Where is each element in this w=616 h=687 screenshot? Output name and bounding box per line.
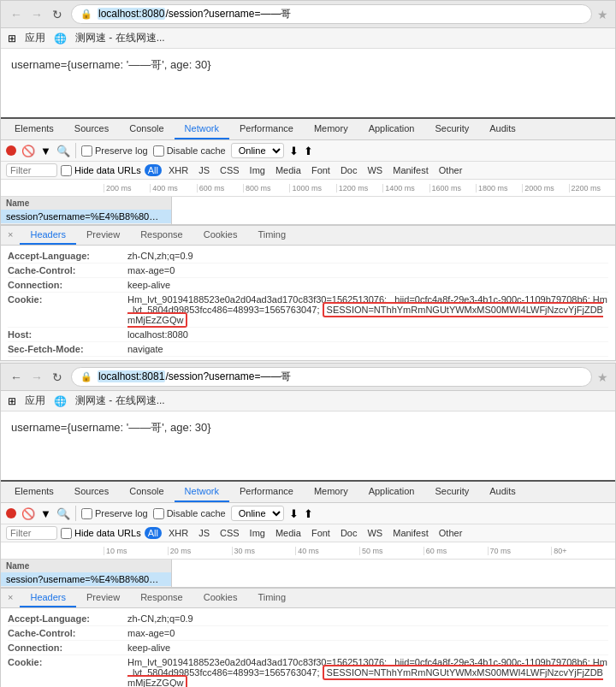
type-doc-2[interactable]: Doc — [337, 527, 361, 539]
network-row-2[interactable]: session?username=%E4%B8%80%E4%B8%80%E5%9… — [1, 572, 171, 587]
type-other-1[interactable]: Other — [435, 164, 466, 176]
type-ws-1[interactable]: WS — [364, 164, 386, 176]
session-highlight-1: SESSION=NThhYmRmNGUtYWMxMS00MWI4LWFjNzcv… — [127, 302, 603, 328]
tab-network-2[interactable]: Network — [175, 482, 229, 502]
bookmark-apps-1[interactable]: 应用 — [25, 31, 45, 45]
req-tab-headers-2[interactable]: Headers — [20, 589, 76, 607]
req-tab-timing-2[interactable]: Timing — [247, 589, 296, 607]
req-tab-cookies-2[interactable]: Cookies — [193, 589, 248, 607]
upload-icon-2: ⬆ — [304, 507, 313, 520]
disable-cache-checkbox-1[interactable] — [153, 145, 164, 157]
tab-security-2[interactable]: Security — [424, 482, 479, 502]
bookmark-apps-2[interactable]: 应用 — [25, 394, 45, 408]
req-tab-preview-2[interactable]: Preview — [76, 589, 130, 607]
type-media-1[interactable]: Media — [272, 164, 305, 176]
preserve-log-checkbox-2[interactable] — [81, 508, 92, 519]
type-xhr-2[interactable]: XHR — [165, 527, 192, 539]
preserve-log-text-1: Preserve log — [95, 145, 148, 156]
details-close-2[interactable]: × — [1, 589, 20, 607]
type-css-2[interactable]: CSS — [216, 527, 243, 539]
ruler-40-2: 40 ms — [295, 547, 359, 555]
details-close-1[interactable]: × — [1, 226, 20, 245]
type-other-2[interactable]: Other — [435, 527, 466, 539]
filter-toggle-2[interactable]: ▼ — [40, 507, 51, 520]
address-bar-2[interactable]: 🔒 localhost:8081/session?username=——哥 — [71, 367, 592, 387]
req-tab-response-2[interactable]: Response — [130, 589, 193, 607]
req-tab-timing-1[interactable]: Timing — [247, 226, 296, 245]
session-highlight-2: SESSION=NThhYmRmNGUtYWMxMS00MWI4LWFjNzcv… — [127, 665, 603, 687]
type-all-2[interactable]: All — [145, 527, 162, 539]
refresh-button-2[interactable]: ↻ — [49, 369, 66, 386]
bookmark-grid-icon-1: ⊞ — [8, 33, 16, 44]
chrome-bar-1: ← → ↻ 🔒 localhost:8080/session?username=… — [1, 1, 615, 28]
type-font-1[interactable]: Font — [308, 164, 334, 176]
throttle-select-1[interactable]: Online — [231, 143, 284, 158]
tab-memory-2[interactable]: Memory — [304, 482, 358, 502]
bookmark-speed-2[interactable]: 测网速 - 在线网速... — [75, 394, 165, 408]
tab-console-2[interactable]: Console — [119, 482, 174, 502]
tab-elements-2[interactable]: Elements — [4, 482, 64, 502]
address-bar-1[interactable]: 🔒 localhost:8080/session?username=——哥 — [71, 4, 592, 24]
tab-audits-1[interactable]: Audits — [479, 119, 526, 139]
type-img-2[interactable]: Img — [246, 527, 269, 539]
type-css-1[interactable]: CSS — [216, 164, 243, 176]
type-all-1[interactable]: All — [145, 164, 162, 176]
req-tab-headers-1[interactable]: Headers — [20, 226, 76, 245]
tab-application-1[interactable]: Application — [358, 119, 425, 139]
clear-button-1[interactable]: 🚫 — [21, 145, 35, 157]
tab-performance-1[interactable]: Performance — [229, 119, 304, 139]
header-connection-1: Connection: keep-alive — [8, 278, 608, 293]
refresh-button-1[interactable]: ↻ — [49, 6, 66, 23]
search-button-1[interactable]: 🔍 — [56, 145, 70, 157]
tab-sources-1[interactable]: Sources — [64, 119, 119, 139]
disable-cache-checkbox-2[interactable] — [153, 508, 164, 519]
ruler-2200-1: 2200 ms — [569, 184, 615, 192]
req-tab-response-1[interactable]: Response — [130, 226, 193, 245]
filter-bar-1: Hide data URLs All XHR JS CSS Img Media … — [1, 162, 615, 180]
preserve-log-checkbox-1[interactable] — [81, 145, 92, 157]
tab-network-1[interactable]: Network — [175, 119, 229, 139]
search-button-2[interactable]: 🔍 — [56, 507, 70, 520]
back-button-1[interactable]: ← — [8, 6, 25, 23]
type-xhr-1[interactable]: XHR — [165, 164, 192, 176]
type-media-2[interactable]: Media — [272, 527, 305, 539]
tab-memory-1[interactable]: Memory — [304, 119, 358, 139]
type-manifest-1[interactable]: Manifest — [389, 164, 432, 176]
type-manifest-2[interactable]: Manifest — [389, 527, 432, 539]
back-button-2[interactable]: ← — [8, 369, 25, 386]
tab-security-1[interactable]: Security — [424, 119, 479, 139]
type-js-1[interactable]: JS — [195, 164, 213, 176]
tab-performance-2[interactable]: Performance — [229, 482, 304, 502]
type-img-1[interactable]: Img — [246, 164, 269, 176]
clear-button-2[interactable]: 🚫 — [21, 507, 35, 520]
filter-input-2[interactable] — [6, 526, 57, 540]
forward-button-2[interactable]: → — [28, 369, 45, 386]
filter-toggle-1[interactable]: ▼ — [40, 145, 51, 157]
type-doc-1[interactable]: Doc — [337, 164, 361, 176]
bookmarks-bar-2: ⊞ 应用 🌐 测网速 - 在线网速... — [1, 391, 615, 412]
record-button-2[interactable] — [6, 508, 16, 518]
tab-console-1[interactable]: Console — [119, 119, 174, 139]
tab-sources-2[interactable]: Sources — [64, 482, 119, 502]
tab-audits-2[interactable]: Audits — [479, 482, 526, 502]
tab-application-2[interactable]: Application — [358, 482, 425, 502]
type-js-2[interactable]: JS — [195, 527, 213, 539]
throttle-select-2[interactable]: Online — [231, 506, 284, 521]
req-tab-cookies-1[interactable]: Cookies — [193, 226, 248, 245]
type-font-2[interactable]: Font — [308, 527, 334, 539]
type-ws-2[interactable]: WS — [364, 527, 386, 539]
hide-data-urls-checkbox-1[interactable] — [61, 165, 72, 176]
filter-input-1[interactable] — [6, 163, 57, 177]
ruler-60-2: 60 ms — [424, 547, 488, 555]
star-button-2[interactable]: ★ — [597, 370, 608, 384]
forward-button-1[interactable]: → — [28, 6, 45, 23]
header-value-cc-2: max-age=0 — [127, 628, 608, 638]
tab-elements-1[interactable]: Elements — [4, 119, 64, 139]
hide-data-urls-checkbox-2[interactable] — [61, 528, 72, 539]
req-tab-preview-1[interactable]: Preview — [76, 226, 130, 245]
record-button-1[interactable] — [6, 145, 16, 156]
network-row-1[interactable]: session?username=%E4%B8%80%E4%B8%80%E5%9… — [1, 210, 171, 224]
bookmark-speed-1[interactable]: 测网速 - 在线网速... — [75, 31, 165, 45]
star-button-1[interactable]: ★ — [597, 8, 608, 21]
hide-data-urls-text-2: Hide data URLs — [74, 528, 141, 538]
